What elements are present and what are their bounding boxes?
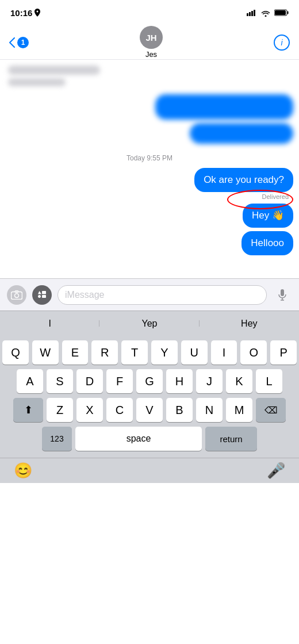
nav-bar: 1 JH Jes i (0, 25, 299, 60)
numbers-key[interactable]: 123 (42, 427, 72, 451)
key-p[interactable]: P (270, 340, 297, 365)
key-c[interactable]: C (106, 398, 133, 422)
blur-sent-2 (190, 123, 293, 144)
camera-icon (11, 290, 22, 300)
svg-rect-1 (249, 12, 251, 16)
blur-line-2 (8, 78, 66, 86)
battery-icon (274, 9, 289, 16)
key-u[interactable]: U (181, 340, 208, 365)
bubble-hellooo[interactable]: Hellooo (241, 231, 293, 255)
key-z[interactable]: Z (47, 398, 73, 422)
svg-rect-10 (42, 291, 46, 294)
bottom-bar: 😊 🎤 (0, 458, 299, 483)
location-icon (34, 9, 40, 17)
key-h[interactable]: H (166, 369, 193, 393)
svg-rect-0 (247, 13, 248, 16)
bubble-ok-ready[interactable]: Ok are you ready? (194, 168, 293, 192)
status-bar: 10:16 (0, 0, 299, 25)
key-q[interactable]: Q (2, 340, 29, 365)
key-f[interactable]: F (106, 369, 133, 393)
blurred-messages (6, 66, 293, 86)
message-timestamp: Today 9:55 PM (6, 154, 293, 162)
key-i[interactable]: I (211, 340, 237, 365)
key-v[interactable]: V (136, 398, 163, 422)
key-l[interactable]: L (256, 369, 282, 393)
svg-point-8 (15, 293, 19, 297)
svg-rect-11 (42, 295, 46, 298)
apps-button[interactable] (32, 285, 52, 305)
delete-key[interactable]: ⌫ (256, 398, 286, 422)
key-b[interactable]: B (166, 398, 193, 422)
mic-button[interactable] (273, 285, 292, 305)
messages-area: Today 9:55 PM Ok are you ready? Delivere… (0, 60, 299, 278)
key-y[interactable]: Y (151, 340, 178, 365)
key-n[interactable]: N (196, 398, 223, 422)
key-o[interactable]: O (240, 340, 267, 365)
key-g[interactable]: G (136, 369, 163, 393)
return-key[interactable]: return (205, 427, 257, 451)
back-button[interactable]: 1 (9, 37, 29, 48)
input-bar: iMessage (0, 278, 299, 310)
key-s[interactable]: S (47, 369, 73, 393)
keyboard-row-3: ⬆ Z X C V B N M ⌫ (2, 398, 297, 422)
delivered-label: Delivered (262, 193, 289, 200)
key-k[interactable]: K (226, 369, 252, 393)
delivered-wrapper: Delivered (262, 192, 293, 200)
bubble-row-3: Hellooo (6, 231, 293, 255)
svg-rect-3 (254, 10, 255, 16)
svg-rect-7 (12, 292, 22, 299)
back-chevron-icon (9, 37, 15, 48)
wifi-icon (260, 9, 271, 17)
status-time: 10:16 (10, 8, 40, 18)
key-d[interactable]: D (76, 369, 103, 393)
contact-name: Jes (145, 50, 157, 59)
keyboard-row-2: A S D F G H J K L (2, 369, 297, 393)
keyboard-row-4: 123 space return (2, 427, 297, 451)
signal-icon (247, 9, 257, 16)
status-icons (247, 9, 289, 17)
key-m[interactable]: M (226, 398, 252, 422)
key-x[interactable]: X (76, 398, 103, 422)
avatar: JH (140, 26, 163, 49)
imessage-input[interactable]: iMessage (57, 285, 267, 305)
messages-list: Ok are you ready? Delivered Hey 👋 Helloo… (6, 168, 293, 255)
bottom-mic-button[interactable]: 🎤 (267, 462, 285, 480)
svg-rect-5 (288, 12, 289, 14)
blurred-sent-area (6, 94, 293, 144)
key-w[interactable]: W (32, 340, 59, 365)
predictive-item-1[interactable]: Yep (99, 319, 199, 329)
time-label: 10:16 (10, 8, 32, 18)
svg-rect-2 (251, 11, 253, 16)
blur-line-1 (8, 66, 100, 75)
space-key[interactable]: space (75, 427, 202, 451)
shift-key[interactable]: ⬆ (13, 398, 43, 422)
apps-icon (37, 290, 47, 300)
key-t[interactable]: T (121, 340, 148, 365)
svg-rect-6 (275, 10, 286, 15)
svg-rect-12 (281, 289, 284, 296)
info-button[interactable]: i (274, 34, 290, 51)
predictive-item-2[interactable]: Hey (200, 319, 299, 329)
predictive-item-0[interactable]: I (0, 319, 99, 329)
blur-sent-1 (155, 94, 293, 120)
mic-icon (278, 289, 286, 301)
key-r[interactable]: R (91, 340, 118, 365)
key-e[interactable]: E (62, 340, 89, 365)
bubble-row-1: Ok are you ready? Delivered (6, 168, 293, 200)
keyboard-row-1: Q W E R T Y U I O P (2, 340, 297, 365)
predictive-bar: I Yep Hey (0, 310, 299, 336)
key-a[interactable]: A (17, 369, 43, 393)
bubble-row-2: Hey 👋 (6, 204, 293, 228)
camera-button[interactable] (7, 285, 26, 305)
back-badge: 1 (17, 37, 29, 48)
bubble-hey[interactable]: Hey 👋 (243, 204, 293, 228)
emoji-button[interactable]: 😊 (14, 462, 32, 480)
nav-center[interactable]: JH Jes (140, 26, 163, 59)
key-j[interactable]: J (196, 369, 223, 393)
keyboard: Q W E R T Y U I O P A S D F G H J K L ⬆ … (0, 336, 299, 458)
input-placeholder: iMessage (65, 290, 104, 300)
